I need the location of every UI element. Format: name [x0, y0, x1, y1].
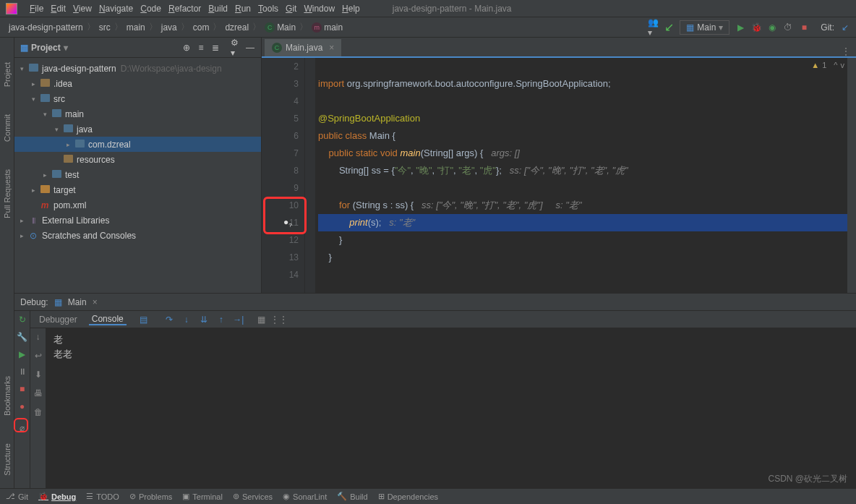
step-over-icon[interactable]: ↷	[163, 314, 175, 325]
close-debug-icon[interactable]: ×	[93, 297, 98, 307]
tab-pull-requests[interactable]: Pull Requests	[3, 166, 12, 221]
tree-node-Scratches and Consoles[interactable]: ▸⊙Scratches and Consoles	[14, 228, 261, 243]
tree-node-.idea[interactable]: ▸.idea	[14, 76, 261, 91]
tab-bookmarks[interactable]: Bookmarks	[3, 373, 12, 419]
inspection-summary[interactable]: ▲1 ^ v	[811, 61, 844, 69]
project-tree[interactable]: ▾java-design-patternD:\Workspace\java-de…	[14, 58, 261, 293]
fold-strip[interactable]	[305, 58, 315, 293]
settings-icon[interactable]: ⚙ ▾	[231, 43, 241, 53]
users-icon[interactable]: 👥▾	[648, 22, 658, 33]
breadcrumb-main[interactable]: m main	[309, 22, 346, 33]
profile-icon[interactable]: ⏱	[783, 22, 793, 33]
statusbar-build[interactable]: 🔨Build	[337, 492, 367, 501]
run-config-select[interactable]: ▦ Main ▾	[680, 20, 729, 35]
tree-node-pom.xml[interactable]: mpom.xml	[14, 197, 261, 213]
statusbar-debug[interactable]: 🐞Debug	[38, 492, 76, 501]
console-output[interactable]: 老老老	[46, 328, 856, 488]
tab-more-icon[interactable]: ⋮	[842, 46, 850, 56]
gutter[interactable]: 23456▶7▶8910●?11121314	[262, 58, 305, 293]
menu-window[interactable]: Window	[300, 4, 338, 14]
soft-wrap-icon[interactable]: ↩	[33, 350, 44, 362]
coverage-icon[interactable]: ◉	[767, 22, 777, 33]
trace-icon[interactable]: ⋮⋮	[273, 314, 285, 325]
statusbar-terminal[interactable]: ▣Terminal	[182, 492, 223, 501]
evaluate-icon[interactable]: ▦	[256, 314, 268, 325]
git-update-icon[interactable]: ↙	[840, 22, 850, 33]
tree-node-com.dzreal[interactable]: ▸com.dzreal	[14, 137, 261, 152]
run-to-cursor-icon[interactable]: →|	[233, 314, 244, 325]
tree-node-java-design-pattern[interactable]: ▾java-design-patternD:\Workspace\java-de…	[14, 61, 261, 76]
force-step-icon[interactable]: ⇊	[198, 314, 210, 325]
menu-file[interactable]: File	[26, 4, 47, 14]
console-tab[interactable]: Console	[89, 314, 127, 325]
tab-project[interactable]: Project	[3, 59, 12, 90]
code-area[interactable]: import org.springframework.boot.autoconf…	[315, 58, 856, 293]
step-into-icon[interactable]: ↓	[181, 314, 192, 325]
git-label: Git:	[821, 22, 834, 33]
breadcrumb-java-design-pattern[interactable]: java-design-pattern	[6, 22, 86, 33]
statusbar-dependencies[interactable]: ⊞Dependencies	[378, 492, 438, 501]
project-panel-title[interactable]: ▦ Project ▾	[20, 43, 68, 53]
pause-debug-icon[interactable]: ⏸	[17, 366, 28, 377]
back-build-icon[interactable]: ↙	[664, 22, 674, 33]
error-stripe[interactable]	[847, 58, 856, 293]
breadcrumb-com[interactable]: com	[190, 22, 213, 33]
layout-icon[interactable]: ▤	[140, 315, 147, 325]
stop-debug-icon[interactable]: ■	[17, 383, 28, 395]
window-title: java-design-pattern - Main.java	[393, 4, 512, 14]
rerun-icon[interactable]: ↻	[17, 314, 28, 325]
menu-run[interactable]: Run	[231, 4, 254, 14]
modify-run-icon[interactable]: 🔧	[17, 331, 28, 343]
tree-node-test[interactable]: ▸test	[14, 167, 261, 182]
tree-node-src[interactable]: ▾src	[14, 91, 261, 106]
menu-build[interactable]: Build	[205, 4, 231, 14]
resume-icon[interactable]: ▶	[17, 349, 28, 360]
left-toolwindow-stripe: Project Commit Pull Requests Bookmarks S…	[0, 38, 14, 488]
step-out-icon[interactable]: ↑	[215, 314, 227, 325]
tab-commit[interactable]: Commit	[3, 111, 12, 145]
print-icon[interactable]: 🖶	[33, 388, 44, 399]
debug-icon[interactable]: 🐞	[751, 22, 761, 33]
clear-icon[interactable]: 🗑	[33, 406, 44, 418]
menu-code[interactable]: Code	[137, 4, 165, 14]
breadcrumb-dzreal[interactable]: dzreal	[222, 22, 252, 33]
tree-node-resources[interactable]: resources	[14, 152, 261, 167]
debugger-tab[interactable]: Debugger	[36, 315, 80, 325]
mute-bp-icon[interactable]: ⌀	[17, 422, 28, 434]
breadcrumb-Main[interactable]: C Main	[262, 22, 299, 33]
expand-icon[interactable]: ≡	[196, 43, 206, 53]
collapse-icon[interactable]: ≣	[210, 43, 221, 53]
menu-tools[interactable]: Tools	[254, 4, 282, 14]
download-icon[interactable]: ⬇	[33, 369, 44, 380]
scroll-end-icon[interactable]: ↓	[33, 331, 44, 343]
hide-icon[interactable]: —	[245, 43, 255, 53]
menu-view[interactable]: View	[69, 4, 95, 14]
menu-git[interactable]: Git	[282, 4, 300, 14]
menu-help[interactable]: Help	[338, 4, 364, 14]
statusbar-problems[interactable]: ⊘Problems	[129, 492, 172, 501]
tab-structure[interactable]: Structure	[3, 440, 12, 479]
statusbar-sonarlint[interactable]: ◉SonarLint	[283, 492, 327, 501]
tree-node-main[interactable]: ▾main	[14, 106, 261, 121]
debug-toolbar-vertical: ↻ 🔧 ▶ ⏸ ■ ● ⌀	[14, 311, 30, 488]
tree-node-External Libraries[interactable]: ▸⫴External Libraries	[14, 213, 261, 228]
stop-icon[interactable]: ■	[799, 22, 809, 33]
project-panel: ▦ Project ▾ ⊕ ≡ ≣ ⚙ ▾ — ▾java-design-pat…	[14, 38, 262, 293]
breadcrumb-main[interactable]: main	[124, 22, 148, 33]
locate-icon[interactable]: ⊕	[181, 43, 192, 53]
watermark: CSDN @砍光二叉树	[768, 473, 847, 485]
tree-node-java[interactable]: ▾java	[14, 121, 261, 137]
statusbar-git[interactable]: ⎇Git	[6, 492, 28, 501]
run-icon[interactable]: ▶	[735, 22, 745, 33]
statusbar-services[interactable]: ⊚Services	[233, 492, 273, 501]
menu-navigate[interactable]: Navigate	[95, 4, 137, 14]
breadcrumb-java[interactable]: java	[158, 22, 180, 33]
close-tab-icon[interactable]: ×	[329, 43, 334, 53]
editor-tab-main[interactable]: C Main.java ×	[265, 39, 341, 56]
tree-node-target[interactable]: ▸target	[14, 182, 261, 197]
statusbar-todo[interactable]: ☰TODO	[86, 492, 119, 501]
menu-edit[interactable]: Edit	[47, 4, 69, 14]
menu-refactor[interactable]: Refactor	[165, 4, 205, 14]
breadcrumb-src[interactable]: src	[96, 22, 114, 33]
breakpoints-icon[interactable]: ●	[17, 401, 28, 412]
